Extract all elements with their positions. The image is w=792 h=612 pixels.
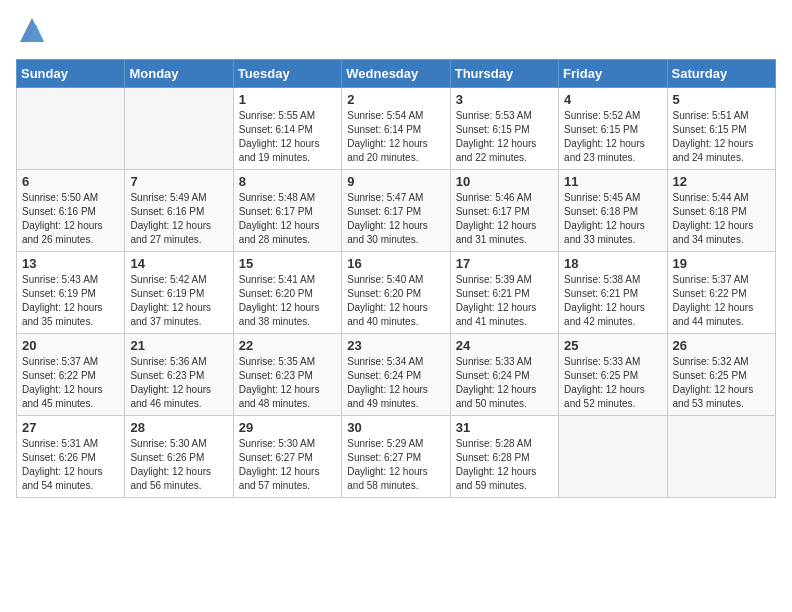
cell-content: Sunrise: 5:39 AMSunset: 6:21 PMDaylight:…: [456, 273, 553, 329]
cell-content: Sunrise: 5:49 AMSunset: 6:16 PMDaylight:…: [130, 191, 227, 247]
day-number: 30: [347, 420, 444, 435]
calendar-table: SundayMondayTuesdayWednesdayThursdayFrid…: [16, 59, 776, 498]
header-wednesday: Wednesday: [342, 60, 450, 88]
cell-content: Sunrise: 5:28 AMSunset: 6:28 PMDaylight:…: [456, 437, 553, 493]
calendar-cell: 22Sunrise: 5:35 AMSunset: 6:23 PMDayligh…: [233, 334, 341, 416]
calendar-cell: [125, 88, 233, 170]
calendar-cell: 14Sunrise: 5:42 AMSunset: 6:19 PMDayligh…: [125, 252, 233, 334]
cell-content: Sunrise: 5:44 AMSunset: 6:18 PMDaylight:…: [673, 191, 770, 247]
day-number: 31: [456, 420, 553, 435]
cell-content: Sunrise: 5:37 AMSunset: 6:22 PMDaylight:…: [673, 273, 770, 329]
day-number: 4: [564, 92, 661, 107]
cell-content: Sunrise: 5:51 AMSunset: 6:15 PMDaylight:…: [673, 109, 770, 165]
calendar-cell: [559, 416, 667, 498]
calendar-week-1: 1Sunrise: 5:55 AMSunset: 6:14 PMDaylight…: [17, 88, 776, 170]
calendar-cell: 24Sunrise: 5:33 AMSunset: 6:24 PMDayligh…: [450, 334, 558, 416]
cell-content: Sunrise: 5:48 AMSunset: 6:17 PMDaylight:…: [239, 191, 336, 247]
calendar-header-row: SundayMondayTuesdayWednesdayThursdayFrid…: [17, 60, 776, 88]
calendar-cell: [667, 416, 775, 498]
day-number: 16: [347, 256, 444, 271]
day-number: 17: [456, 256, 553, 271]
cell-content: Sunrise: 5:33 AMSunset: 6:24 PMDaylight:…: [456, 355, 553, 411]
calendar-cell: 23Sunrise: 5:34 AMSunset: 6:24 PMDayligh…: [342, 334, 450, 416]
day-number: 10: [456, 174, 553, 189]
header-tuesday: Tuesday: [233, 60, 341, 88]
calendar-cell: 6Sunrise: 5:50 AMSunset: 6:16 PMDaylight…: [17, 170, 125, 252]
calendar-week-4: 20Sunrise: 5:37 AMSunset: 6:22 PMDayligh…: [17, 334, 776, 416]
calendar-cell: 21Sunrise: 5:36 AMSunset: 6:23 PMDayligh…: [125, 334, 233, 416]
calendar-cell: 31Sunrise: 5:28 AMSunset: 6:28 PMDayligh…: [450, 416, 558, 498]
day-number: 3: [456, 92, 553, 107]
day-number: 15: [239, 256, 336, 271]
calendar-cell: 9Sunrise: 5:47 AMSunset: 6:17 PMDaylight…: [342, 170, 450, 252]
cell-content: Sunrise: 5:30 AMSunset: 6:26 PMDaylight:…: [130, 437, 227, 493]
header-thursday: Thursday: [450, 60, 558, 88]
calendar-cell: 20Sunrise: 5:37 AMSunset: 6:22 PMDayligh…: [17, 334, 125, 416]
cell-content: Sunrise: 5:40 AMSunset: 6:20 PMDaylight:…: [347, 273, 444, 329]
cell-content: Sunrise: 5:50 AMSunset: 6:16 PMDaylight:…: [22, 191, 119, 247]
calendar-cell: 18Sunrise: 5:38 AMSunset: 6:21 PMDayligh…: [559, 252, 667, 334]
calendar-cell: 17Sunrise: 5:39 AMSunset: 6:21 PMDayligh…: [450, 252, 558, 334]
day-number: 14: [130, 256, 227, 271]
calendar-cell: 1Sunrise: 5:55 AMSunset: 6:14 PMDaylight…: [233, 88, 341, 170]
cell-content: Sunrise: 5:34 AMSunset: 6:24 PMDaylight:…: [347, 355, 444, 411]
day-number: 27: [22, 420, 119, 435]
calendar-cell: 29Sunrise: 5:30 AMSunset: 6:27 PMDayligh…: [233, 416, 341, 498]
cell-content: Sunrise: 5:33 AMSunset: 6:25 PMDaylight:…: [564, 355, 661, 411]
header-friday: Friday: [559, 60, 667, 88]
day-number: 22: [239, 338, 336, 353]
logo: [16, 16, 50, 49]
cell-content: Sunrise: 5:41 AMSunset: 6:20 PMDaylight:…: [239, 273, 336, 329]
header-sunday: Sunday: [17, 60, 125, 88]
calendar-cell: 13Sunrise: 5:43 AMSunset: 6:19 PMDayligh…: [17, 252, 125, 334]
day-number: 18: [564, 256, 661, 271]
calendar-cell: 3Sunrise: 5:53 AMSunset: 6:15 PMDaylight…: [450, 88, 558, 170]
calendar-week-5: 27Sunrise: 5:31 AMSunset: 6:26 PMDayligh…: [17, 416, 776, 498]
calendar-cell: 27Sunrise: 5:31 AMSunset: 6:26 PMDayligh…: [17, 416, 125, 498]
day-number: 29: [239, 420, 336, 435]
cell-content: Sunrise: 5:52 AMSunset: 6:15 PMDaylight:…: [564, 109, 661, 165]
calendar-cell: 19Sunrise: 5:37 AMSunset: 6:22 PMDayligh…: [667, 252, 775, 334]
calendar-cell: 7Sunrise: 5:49 AMSunset: 6:16 PMDaylight…: [125, 170, 233, 252]
day-number: 9: [347, 174, 444, 189]
cell-content: Sunrise: 5:43 AMSunset: 6:19 PMDaylight:…: [22, 273, 119, 329]
calendar-cell: 11Sunrise: 5:45 AMSunset: 6:18 PMDayligh…: [559, 170, 667, 252]
calendar-week-3: 13Sunrise: 5:43 AMSunset: 6:19 PMDayligh…: [17, 252, 776, 334]
cell-content: Sunrise: 5:29 AMSunset: 6:27 PMDaylight:…: [347, 437, 444, 493]
cell-content: Sunrise: 5:31 AMSunset: 6:26 PMDaylight:…: [22, 437, 119, 493]
calendar-cell: 25Sunrise: 5:33 AMSunset: 6:25 PMDayligh…: [559, 334, 667, 416]
day-number: 19: [673, 256, 770, 271]
cell-content: Sunrise: 5:53 AMSunset: 6:15 PMDaylight:…: [456, 109, 553, 165]
calendar-cell: 12Sunrise: 5:44 AMSunset: 6:18 PMDayligh…: [667, 170, 775, 252]
cell-content: Sunrise: 5:46 AMSunset: 6:17 PMDaylight:…: [456, 191, 553, 247]
calendar-cell: 26Sunrise: 5:32 AMSunset: 6:25 PMDayligh…: [667, 334, 775, 416]
calendar-cell: 2Sunrise: 5:54 AMSunset: 6:14 PMDaylight…: [342, 88, 450, 170]
cell-content: Sunrise: 5:32 AMSunset: 6:25 PMDaylight:…: [673, 355, 770, 411]
day-number: 1: [239, 92, 336, 107]
day-number: 8: [239, 174, 336, 189]
day-number: 28: [130, 420, 227, 435]
day-number: 6: [22, 174, 119, 189]
calendar-cell: [17, 88, 125, 170]
day-number: 13: [22, 256, 119, 271]
logo-icon: [18, 16, 46, 44]
cell-content: Sunrise: 5:42 AMSunset: 6:19 PMDaylight:…: [130, 273, 227, 329]
cell-content: Sunrise: 5:35 AMSunset: 6:23 PMDaylight:…: [239, 355, 336, 411]
calendar-cell: 4Sunrise: 5:52 AMSunset: 6:15 PMDaylight…: [559, 88, 667, 170]
day-number: 7: [130, 174, 227, 189]
cell-content: Sunrise: 5:45 AMSunset: 6:18 PMDaylight:…: [564, 191, 661, 247]
calendar-cell: 15Sunrise: 5:41 AMSunset: 6:20 PMDayligh…: [233, 252, 341, 334]
day-number: 12: [673, 174, 770, 189]
day-number: 25: [564, 338, 661, 353]
calendar-cell: 16Sunrise: 5:40 AMSunset: 6:20 PMDayligh…: [342, 252, 450, 334]
cell-content: Sunrise: 5:30 AMSunset: 6:27 PMDaylight:…: [239, 437, 336, 493]
day-number: 5: [673, 92, 770, 107]
day-number: 20: [22, 338, 119, 353]
cell-content: Sunrise: 5:38 AMSunset: 6:21 PMDaylight:…: [564, 273, 661, 329]
cell-content: Sunrise: 5:37 AMSunset: 6:22 PMDaylight:…: [22, 355, 119, 411]
calendar-cell: 10Sunrise: 5:46 AMSunset: 6:17 PMDayligh…: [450, 170, 558, 252]
day-number: 24: [456, 338, 553, 353]
header-monday: Monday: [125, 60, 233, 88]
cell-content: Sunrise: 5:47 AMSunset: 6:17 PMDaylight:…: [347, 191, 444, 247]
cell-content: Sunrise: 5:55 AMSunset: 6:14 PMDaylight:…: [239, 109, 336, 165]
